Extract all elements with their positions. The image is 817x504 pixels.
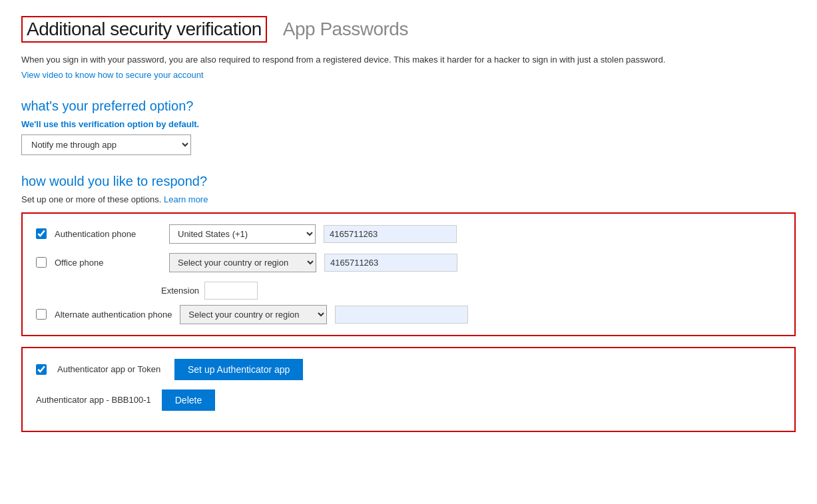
auth-phone-label: Authentication phone <box>55 229 161 239</box>
office-phone-row: Office phone Select your country or regi… <box>36 253 781 272</box>
office-phone-checkbox[interactable] <box>36 257 47 268</box>
authenticator-app-label: Authenticator app or Token <box>57 364 164 374</box>
alt-auth-phone-number-input[interactable] <box>335 306 468 324</box>
page-title-active: Additional security verification <box>21 16 267 43</box>
authenticator-app-row: Authenticator app or Token Set up Authen… <box>36 359 781 380</box>
alt-auth-phone-label: Alternate authentication phone <box>55 310 172 320</box>
authenticator-app-delete-row: Authenticator app - BBB100-1 Delete <box>36 389 781 411</box>
video-link[interactable]: View video to know how to secure your ac… <box>21 70 204 80</box>
phone-options-box: Authentication phone United States (+1) … <box>21 212 796 336</box>
alt-auth-phone-country-dropdown[interactable]: Select your country or region United Sta… <box>180 305 327 324</box>
auth-phone-row: Authentication phone United States (+1) … <box>36 224 781 244</box>
respond-section-title: how would you like to respond? <box>21 174 796 189</box>
auth-phone-number-input[interactable] <box>324 225 457 243</box>
learn-more-link[interactable]: Learn more <box>164 194 208 204</box>
authenticator-app-instance-label: Authenticator app - BBB100-1 <box>36 395 151 405</box>
page-header: Additional security verification App Pas… <box>21 16 796 43</box>
preferred-option-sublabel: We'll use this verification option by de… <box>21 119 796 129</box>
extension-input[interactable] <box>204 282 258 300</box>
respond-section: how would you like to respond? Set up on… <box>21 174 796 432</box>
alt-auth-phone-checkbox[interactable] <box>36 309 47 320</box>
authenticator-box: Authenticator app or Token Set up Authen… <box>21 347 796 432</box>
office-phone-number-input[interactable] <box>324 254 457 272</box>
auth-phone-country-dropdown[interactable]: United States (+1) Canada (+1) United Ki… <box>169 224 316 244</box>
preferred-option-dropdown[interactable]: Notify me through app Call authenticatio… <box>21 134 191 155</box>
extension-row: Extension <box>161 282 781 300</box>
authenticator-app-checkbox[interactable] <box>36 364 47 375</box>
office-phone-country-dropdown[interactable]: Select your country or region United Sta… <box>169 253 316 272</box>
auth-phone-checkbox[interactable] <box>36 228 47 239</box>
page-title-inactive: App Passwords <box>283 19 408 40</box>
office-phone-label: Office phone <box>55 258 161 268</box>
page-description: When you sign in with your password, you… <box>21 53 796 67</box>
setup-text: Set up one or more of these options. Lea… <box>21 194 796 204</box>
alt-auth-phone-row: Alternate authentication phone Select yo… <box>36 305 781 324</box>
preferred-option-section: what's your preferred option? We'll use … <box>21 99 796 155</box>
preferred-option-title: what's your preferred option? <box>21 99 796 114</box>
extension-label: Extension <box>161 286 199 296</box>
setup-authenticator-button[interactable]: Set up Authenticator app <box>174 359 303 380</box>
delete-authenticator-button[interactable]: Delete <box>162 389 215 411</box>
